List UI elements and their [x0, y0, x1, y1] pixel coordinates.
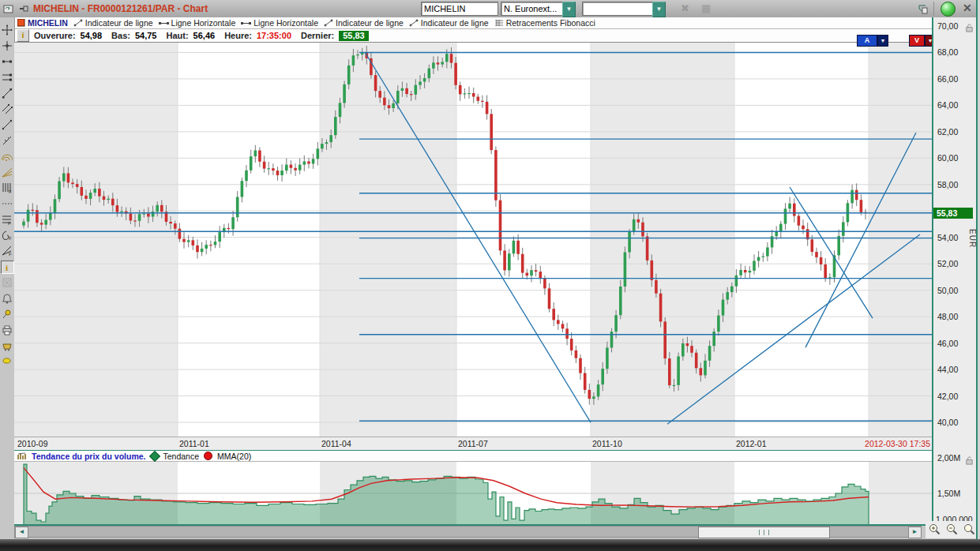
scrollbar-thumb[interactable] — [698, 527, 830, 538]
drawing-toolbar: FFFFi — [0, 17, 15, 538]
volume-legend-row: Tendance du prix du volume. Tendance MMA… — [14, 451, 932, 462]
date-axis: 2010-092011-012011-042011-072011-102012-… — [14, 437, 932, 452]
volume-pane-title[interactable]: Tendance du prix du volume. — [32, 452, 146, 461]
volume-axis-label: 1,50M — [937, 489, 960, 498]
ellipse-icon[interactable] — [1, 355, 13, 367]
line-indicator-icon — [324, 19, 333, 27]
segment-icon[interactable] — [1, 87, 13, 99]
pushpin-icon[interactable] — [1, 308, 13, 320]
price-chart[interactable] — [14, 43, 932, 437]
low-value: 54,75 — [135, 31, 157, 40]
legend-item-line-indicator[interactable]: Indicateur de ligne — [324, 18, 404, 28]
trendline-icon[interactable] — [1, 118, 13, 130]
info-icon[interactable]: i — [17, 29, 29, 42]
exchange-select[interactable] — [501, 2, 566, 16]
fibonacci-angles-icon[interactable]: F — [1, 245, 13, 257]
scroll-right-icon[interactable]: ► — [908, 527, 922, 538]
zoom-controls — [926, 521, 980, 538]
price-axis-label: 66,00 — [937, 74, 958, 84]
thumb-grip — [759, 530, 760, 535]
close-icon[interactable]: ✕ — [963, 2, 972, 14]
price-axis-label: 68,00 — [937, 47, 958, 57]
svg-text:F: F — [9, 252, 12, 257]
volume-axis-label: 2,00M — [937, 453, 960, 463]
basket-icon[interactable] — [1, 339, 13, 351]
buy-dropdown-icon[interactable]: ▼ — [877, 35, 888, 47]
price-axis-label: 62,00 — [937, 127, 958, 137]
sell-button[interactable]: V — [909, 35, 925, 47]
legend-item-line-indicator[interactable]: Indicateur de ligne — [73, 18, 153, 28]
trendline-marks-icon[interactable] — [1, 134, 13, 146]
volume-axis-lock-icon[interactable] — [965, 456, 974, 465]
legend-item-fibonacci[interactable]: Retracements Fibonacci — [494, 18, 595, 28]
horizontal-line-icon[interactable] — [1, 55, 13, 67]
line-indicator-icon — [409, 19, 419, 27]
symbol-input[interactable] — [421, 2, 498, 16]
zoom-out-icon[interactable] — [944, 523, 960, 537]
mma-legend-label[interactable]: MMA(20) — [217, 452, 251, 461]
volume-chart[interactable] — [14, 462, 932, 524]
title-bar: MICHELIN - FR0000121261/PAR - Chart ▼ ▼ … — [0, 0, 980, 18]
open-label: Ouverure: — [34, 31, 76, 40]
price-axis-label: 54,00 — [937, 233, 958, 242]
delete-icon: ✖ — [681, 2, 689, 14]
fibonacci-spiral-icon[interactable]: F — [1, 229, 13, 241]
price-axis-label: 52,00 — [937, 259, 958, 268]
date-tick: 2011-07 — [458, 439, 488, 448]
zoom-reset-icon[interactable] — [962, 523, 978, 537]
crosshair-dots-icon[interactable] — [1, 24, 13, 36]
last-price-tag: 55,83 — [933, 208, 973, 219]
info-icon[interactable]: i — [1, 261, 14, 274]
legend-item-horizontal-line[interactable]: Ligne Horizontale — [241, 18, 318, 28]
trend-legend-label[interactable]: Tendance — [163, 452, 200, 461]
trade-buttons: A ▼ V ▼ — [857, 35, 936, 45]
parallel-segments-icon[interactable] — [1, 103, 13, 114]
pushpin-icon[interactable] — [17, 2, 30, 15]
secondary-dropdown-button[interactable]: ▼ — [652, 2, 666, 17]
date-tick: 2012-03-30 17:35 — [865, 439, 930, 448]
low-label: Bas: — [111, 31, 130, 40]
window-restore-icon[interactable] — [2, 2, 15, 15]
legend-item-series[interactable]: MICHELIN — [17, 18, 68, 28]
thumb-grip — [764, 530, 764, 535]
secondary-select[interactable] — [582, 2, 656, 16]
titlebar-separator — [933, 2, 934, 16]
parallel-horizontal-lines-icon[interactable] — [1, 71, 13, 83]
horizontal-line-icon — [241, 20, 251, 27]
crosshair-icon[interactable] — [1, 39, 13, 51]
trend-diamond-icon — [148, 450, 160, 461]
svg-text:F: F — [8, 221, 11, 225]
date-tick: 2011-10 — [592, 439, 622, 448]
fibonacci-arcs-icon[interactable] — [1, 150, 13, 162]
disabled-tool-icon — [1, 276, 13, 288]
send-to-window-icon[interactable] — [917, 2, 929, 15]
exchange-dropdown-button[interactable]: ▼ — [562, 2, 576, 17]
price-axis[interactable]: 70,0068,0066,0064,0062,0060,0058,0054,00… — [932, 17, 978, 524]
alarm-bell-icon[interactable] — [1, 292, 13, 304]
fibonacci-timezones-icon[interactable]: F — [1, 182, 13, 193]
thumb-grip — [768, 530, 769, 535]
svg-text:F: F — [9, 189, 12, 193]
dotted-line-icon[interactable] — [1, 197, 13, 209]
legend-item-horizontal-line[interactable]: Ligne Horizontale — [159, 18, 236, 28]
time-scrollbar[interactable]: ◄ ► — [14, 526, 922, 538]
fibonacci-fan-icon[interactable] — [1, 166, 13, 178]
horizontal-line-icon — [159, 20, 169, 27]
svg-text:i: i — [6, 263, 8, 272]
price-axis-label: 50,00 — [937, 286, 958, 295]
legend-item-line-indicator[interactable]: Indicateur de ligne — [409, 18, 489, 28]
connection-status-light — [941, 2, 956, 17]
printer-icon[interactable] — [1, 324, 13, 335]
zoom-in-icon[interactable] — [927, 523, 943, 537]
mma-circle-icon — [204, 452, 212, 460]
series-square-icon — [17, 19, 25, 27]
buy-button[interactable]: A — [857, 35, 877, 47]
scroll-left-icon[interactable]: ◄ — [15, 527, 28, 538]
price-axis-label: 44,00 — [937, 365, 958, 374]
indicator-legend-row: MICHELIN Indicateur de ligne Ligne Horiz… — [14, 17, 932, 29]
axis-lock-icon[interactable] — [965, 24, 974, 32]
date-tick: 2010-09 — [17, 439, 48, 448]
price-axis-label: 70,00 — [937, 21, 958, 31]
taskbar-edge — [0, 539, 980, 551]
fibonacci-retracement-icon[interactable]: F — [1, 213, 13, 225]
